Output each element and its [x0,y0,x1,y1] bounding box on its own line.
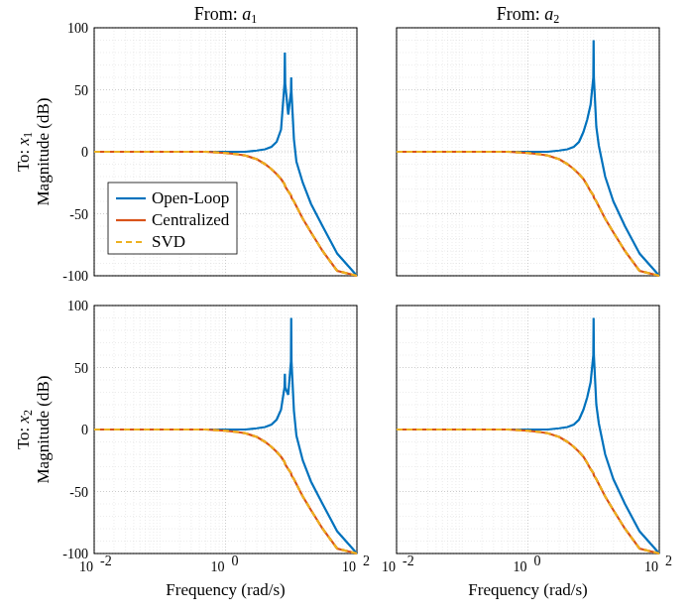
svg-text:10: 10 [79,559,93,574]
ylabel-outer: To: x2 [14,410,35,449]
svg-text:10: 10 [644,559,658,574]
svg-text:0: 0 [534,554,541,568]
svg-text:0: 0 [232,554,239,568]
legend-entry: Centralized [152,210,230,229]
ylabel-inner: Magnitude (dB) [34,97,53,205]
ytick-label: 100 [67,21,88,36]
xlabel: Frequency (rad/s) [468,580,587,599]
svg-text:10: 10 [211,559,225,574]
legend: Open-LoopCentralizedSVD [108,183,237,254]
xlabel: Frequency (rad/s) [166,580,285,599]
legend-entry: SVD [152,232,185,251]
bode-magnitude-grid: -100-50050100From: a1To: x1Magnitude (dB… [0,0,692,616]
panel-title: From: a1 [194,4,258,26]
ytick-label: 50 [74,361,88,376]
svg-text:2: 2 [363,554,370,568]
panel-title: From: a2 [497,4,560,26]
svg-text:10: 10 [342,559,356,574]
ytick-label: 50 [74,83,88,98]
ytick-label: -50 [69,485,88,500]
svg-rect-0 [0,0,692,616]
ytick-label: -100 [62,269,88,284]
svg-text:10: 10 [382,559,396,574]
ylabel-inner: Magnitude (dB) [34,375,53,483]
ytick-label: -50 [69,207,88,222]
svg-text:2: 2 [665,554,672,568]
ylabel-outer: To: x1 [14,132,35,172]
legend-entry: Open-Loop [152,188,229,207]
svg-text:-2: -2 [100,554,112,568]
ytick-label: 0 [81,145,88,160]
svg-text:-2: -2 [403,554,414,568]
svg-text:10: 10 [514,559,527,574]
ytick-label: 100 [67,299,88,313]
ytick-label: 0 [81,423,88,437]
